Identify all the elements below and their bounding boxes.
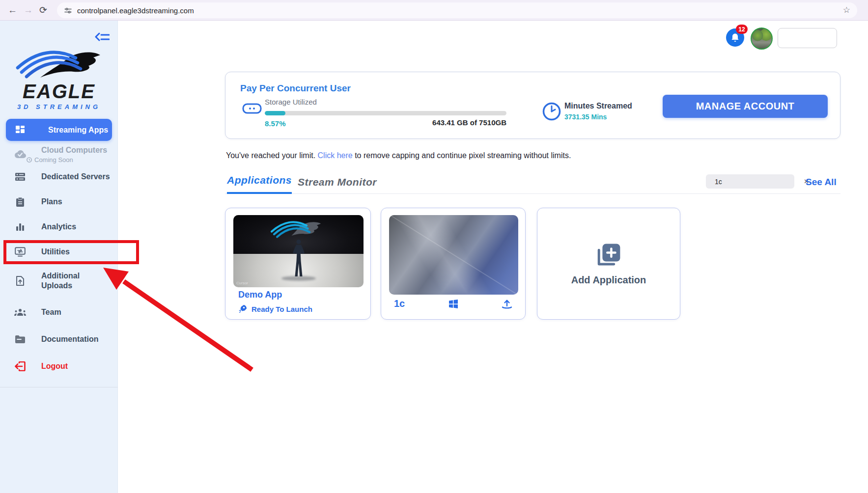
file-upload-icon — [14, 275, 27, 286]
storage-progress-bar — [265, 111, 506, 115]
remove-capping-link[interactable]: Click here — [318, 151, 353, 160]
logout-icon — [14, 361, 27, 371]
storage-label: Storage Utilized — [265, 98, 317, 106]
sidebar-item-label: Documentation — [41, 334, 98, 344]
demo-eagle-logo-icon — [269, 218, 323, 242]
bell-icon — [730, 33, 740, 43]
sidebar-item-utilities[interactable]: Utilities — [0, 245, 118, 259]
add-application-label: Add Application — [571, 274, 646, 286]
1c-app-thumbnail[interactable] — [389, 215, 518, 295]
sidebar-item-dedicated-servers[interactable]: Dedicated Servers — [0, 169, 118, 184]
app-card-demo: Cursor Demo App Ready To Launch — [225, 208, 371, 320]
clock-icon — [542, 102, 561, 123]
bookmark-star-icon[interactable]: ☆ — [843, 5, 850, 15]
brand-name: EAGLE — [0, 82, 118, 101]
sidebar-item-label: Dedicated Servers — [41, 172, 110, 182]
account-menu-box[interactable] — [778, 28, 837, 48]
upload-icon[interactable] — [502, 299, 512, 309]
clipboard-icon — [14, 197, 27, 207]
apps-grid-icon — [14, 125, 27, 136]
url-text: controlpanel.eagle3dstreaming.com — [77, 6, 194, 15]
sidebar-item-label: Team — [41, 307, 61, 317]
collapse-sidebar-icon[interactable] — [95, 31, 110, 45]
minutes-streamed-label: Minutes Streamed — [564, 102, 632, 110]
sidebar-item-label: Logout — [41, 361, 68, 371]
plan-title: Pay Per Concurrent User — [240, 83, 351, 94]
sidebar-item-documentation[interactable]: Documentation — [0, 332, 118, 347]
demo-app-status-label: Ready To Launch — [252, 305, 312, 313]
storage-detail: 643.41 GB of 7510GB — [265, 118, 506, 127]
minutes-streamed-value: 3731.35 Mins — [564, 113, 607, 121]
sidebar-item-label: Utilities — [41, 247, 70, 257]
demo-app-thumbnail[interactable]: Cursor — [233, 215, 364, 287]
see-all-link[interactable]: See All — [806, 177, 837, 188]
brand-logo: EAGLE 3D STREAMING — [0, 48, 118, 110]
sidebar-item-label: Streaming Apps — [48, 125, 108, 135]
folder-icon — [14, 335, 27, 344]
tab-stream-monitor[interactable]: Stream Monitor — [298, 176, 377, 194]
add-application-card[interactable]: Add Application — [537, 208, 680, 320]
search-input[interactable] — [715, 178, 804, 186]
user-avatar[interactable] — [751, 27, 773, 50]
limit-notice: You've reached your limit. Click here to… — [226, 151, 571, 160]
sidebar-divider — [0, 387, 118, 387]
sidebar-item-label: Additional Uploads — [41, 271, 88, 291]
forward-icon[interactable]: → — [24, 4, 33, 17]
notification-count-badge: 12 — [736, 25, 748, 34]
demo-app-title[interactable]: Demo App — [238, 290, 282, 300]
sidebar-item-label: Plans — [41, 197, 62, 207]
sidebar-item-team[interactable]: Team — [0, 305, 118, 320]
sidebar-item-additional-uploads[interactable]: Additional Uploads — [0, 270, 118, 292]
demo-character-figure — [291, 239, 306, 281]
search-box[interactable]: ✕ — [706, 174, 794, 189]
add-application-inner: Add Application — [537, 208, 680, 319]
storage-drive-icon — [242, 103, 262, 116]
manage-account-button[interactable]: MANAGE ACCOUNT — [663, 95, 828, 118]
demo-thumb-watermark: Cursor — [236, 281, 248, 285]
add-application-icon — [595, 242, 622, 269]
page: ← → ⟳ controlpanel.eagle3dstreaming.com … — [0, 0, 868, 493]
sidebar: EAGLE 3D STREAMING Streaming Apps Cloud … — [0, 21, 118, 493]
utilities-monitor-icon — [14, 247, 27, 257]
coming-soon-row: Coming Soon — [27, 156, 107, 164]
site-settings-icon[interactable] — [64, 6, 72, 15]
limit-notice-post: to remove capping and continue pixel str… — [353, 151, 571, 160]
1c-app-title[interactable]: 1c — [394, 298, 405, 309]
back-icon[interactable]: ← — [8, 4, 17, 17]
servers-icon — [14, 172, 27, 182]
sidebar-item-logout[interactable]: Logout — [0, 359, 118, 374]
eagle-logo-icon — [15, 48, 103, 79]
storage-progress-fill — [265, 111, 285, 115]
1c-card-footer: 1c — [394, 298, 512, 309]
app-card-1c: 1c — [381, 208, 526, 320]
rocket-icon — [238, 304, 247, 313]
team-icon — [14, 308, 27, 316]
brand-tagline: 3D STREAMING — [0, 103, 118, 110]
reload-icon[interactable]: ⟳ — [39, 4, 47, 17]
sidebar-item-cloud-computers[interactable]: Cloud Computers Coming Soon — [0, 143, 118, 165]
sidebar-item-analytics[interactable]: Analytics — [0, 219, 118, 234]
sidebar-item-label: Analytics — [41, 222, 76, 232]
limit-notice-pre: You've reached your limit. — [226, 151, 318, 160]
cloud-icon — [14, 149, 27, 159]
clock-small-icon — [27, 157, 32, 163]
tab-applications[interactable]: Applications — [227, 174, 292, 194]
coming-soon-label: Coming Soon — [34, 156, 73, 164]
sidebar-item-plans[interactable]: Plans — [0, 194, 118, 209]
account-summary-card: Pay Per Concurrent User Storage Utilized… — [225, 72, 840, 139]
windows-icon — [448, 299, 458, 309]
demo-app-status[interactable]: Ready To Launch — [238, 304, 312, 313]
browser-bar: ← → ⟳ controlpanel.eagle3dstreaming.com … — [0, 0, 868, 21]
bar-chart-icon — [14, 222, 27, 232]
address-bar[interactable]: controlpanel.eagle3dstreaming.com ☆ — [57, 2, 857, 18]
sidebar-item-streaming-apps[interactable]: Streaming Apps — [6, 119, 112, 141]
sidebar-item-label: Cloud Computers — [41, 146, 107, 154]
